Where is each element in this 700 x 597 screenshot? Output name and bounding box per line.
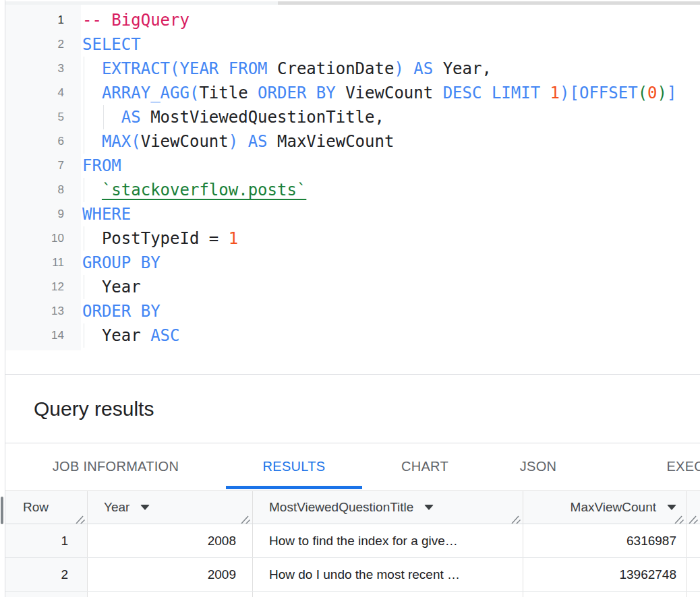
table-reference-link[interactable]: `stackoverflow.posts` <box>102 181 306 199</box>
code-line[interactable]: ORDER BY <box>81 299 700 323</box>
column-dropdown-arrow-icon[interactable] <box>667 505 676 510</box>
code-token: MAX( <box>102 132 141 151</box>
cell-max_view_count: 13962748 <box>523 558 687 591</box>
column-resize-grip-icon[interactable] <box>689 513 698 522</box>
code-token: ORDER BY <box>82 302 161 321</box>
line-number: 5 <box>5 105 81 129</box>
indent-guide <box>84 81 84 105</box>
indent-guide <box>84 129 84 154</box>
code-token: FROM <box>82 156 121 175</box>
code-token <box>82 132 102 151</box>
sql-editor[interactable]: 1234567891011121314 -- BigQuerySELECT EX… <box>5 5 700 350</box>
code-token: ) <box>394 59 413 78</box>
line-number: 1 <box>5 8 81 32</box>
column-header-row[interactable]: Row <box>5 491 88 524</box>
code-line[interactable]: AS MostViewedQuestionTitle, <box>81 105 700 129</box>
code-token: MostViewedQuestionTitle, <box>141 108 384 127</box>
code-token <box>82 59 102 78</box>
column-resize-grip-icon[interactable] <box>241 513 250 522</box>
code-token: ORDER BY <box>258 84 345 102</box>
code-token: Year <box>82 278 141 296</box>
cell-empty <box>5 592 88 597</box>
column-header-label: Year <box>104 500 129 515</box>
cell-empty <box>523 592 687 597</box>
line-number: 9 <box>5 202 81 226</box>
tab-label: CHART <box>401 459 448 474</box>
code-token: Year <box>82 326 150 345</box>
code-line[interactable]: EXTRACT(YEAR FROM CreationDate) AS Year, <box>81 57 700 81</box>
line-number: 7 <box>5 154 81 178</box>
code-token: 1 <box>550 84 560 102</box>
code-token: AS <box>121 108 141 127</box>
column-header-label: MostViewedQuestionTitle <box>269 500 413 515</box>
code-token <box>82 108 121 127</box>
cell-row: 1 <box>5 524 88 557</box>
line-number: 11 <box>5 251 81 275</box>
line-number: 13 <box>5 299 81 323</box>
table-header-row: RowYearMostViewedQuestionTitleMaxViewCou… <box>5 491 700 524</box>
code-token: DESC LIMIT <box>443 84 550 102</box>
column-header-year[interactable]: Year <box>88 491 253 524</box>
line-number: 6 <box>5 129 81 154</box>
tab-chart[interactable]: CHART <box>362 443 488 490</box>
code-token: EXTRACT(YEAR FROM <box>102 59 277 78</box>
code-token: ] <box>667 84 676 102</box>
code-line[interactable]: -- BigQuery <box>81 8 700 32</box>
tab-label: RESULTS <box>263 459 326 474</box>
tab-json[interactable]: JSON <box>488 443 589 490</box>
column-header-mostviewedquestiontitle[interactable]: MostViewedQuestionTitle <box>253 491 523 524</box>
code-area[interactable]: -- BigQuerySELECT EXTRACT(YEAR FROM Crea… <box>81 5 700 350</box>
code-token <box>82 229 102 248</box>
indent-guide <box>84 178 84 202</box>
code-token: MaxViewCount <box>268 132 395 151</box>
code-line[interactable]: ARRAY_AGG(Title ORDER BY ViewCount DESC … <box>81 81 700 105</box>
code-token: ) <box>229 132 248 151</box>
code-token: AS <box>248 132 268 151</box>
code-line[interactable]: FROM <box>81 154 700 178</box>
code-token: ARRAY_AGG( <box>102 84 200 102</box>
vertical-scrollbar-thumb[interactable] <box>1 497 3 524</box>
code-token: Title <box>199 84 258 102</box>
code-line[interactable]: PostTypeId = 1 <box>81 226 700 251</box>
cell-year: 2009 <box>88 558 253 591</box>
code-token: SELECT <box>82 35 141 54</box>
cell-empty <box>253 592 523 597</box>
tab-execution-details[interactable]: EXECUTION DETAILS <box>589 443 700 490</box>
cell-most_viewed_question_title: How do I undo the most recent … <box>253 558 523 591</box>
column-dropdown-arrow-icon[interactable] <box>424 505 434 510</box>
results-table: RowYearMostViewedQuestionTitleMaxViewCou… <box>5 491 700 597</box>
code-token: ) <box>658 84 667 102</box>
code-token: ( <box>638 84 647 102</box>
cell-most_viewed_question_title: How to find the index for a give… <box>253 524 523 557</box>
code-line[interactable]: Year <box>81 275 700 299</box>
code-line[interactable]: MAX(ViewCount) AS MaxViewCount <box>81 129 700 154</box>
code-line[interactable]: `stackoverflow.posts` <box>81 178 700 202</box>
indent-guide <box>84 275 84 299</box>
code-line[interactable]: WHERE <box>81 202 700 226</box>
column-header-label: Row <box>23 500 49 515</box>
code-line[interactable]: SELECT <box>81 32 700 57</box>
tab-results[interactable]: RESULTS <box>226 443 362 490</box>
cell-row: 2 <box>5 558 88 591</box>
code-token: -- BigQuery <box>82 11 189 30</box>
column-dropdown-arrow-icon[interactable] <box>140 505 150 510</box>
column-resize-grip-icon[interactable] <box>674 513 684 522</box>
code-token: 1 <box>229 229 238 248</box>
query-results-title: Query results <box>34 398 154 420</box>
column-resize-grip-icon[interactable] <box>511 513 521 522</box>
column-header-maxviewcount[interactable]: MaxViewCount <box>523 491 687 524</box>
table-row: 12008How to find the index for a give…63… <box>5 524 700 558</box>
code-line[interactable]: Year ASC <box>81 323 700 348</box>
column-header-label: MaxViewCount <box>571 500 656 515</box>
column-resize-grip-icon[interactable] <box>76 513 85 522</box>
indent-guide <box>84 323 84 348</box>
cell-year: 2008 <box>88 524 253 557</box>
code-line[interactable]: GROUP BY <box>81 251 700 275</box>
tab-job-information[interactable]: JOB INFORMATION <box>5 443 226 490</box>
cell-filler <box>687 524 700 557</box>
indent-guide <box>84 226 84 251</box>
code-token: AS <box>413 59 433 78</box>
indent-guide <box>84 105 84 129</box>
code-token: ViewCount <box>345 84 443 102</box>
line-number: 14 <box>5 323 81 348</box>
